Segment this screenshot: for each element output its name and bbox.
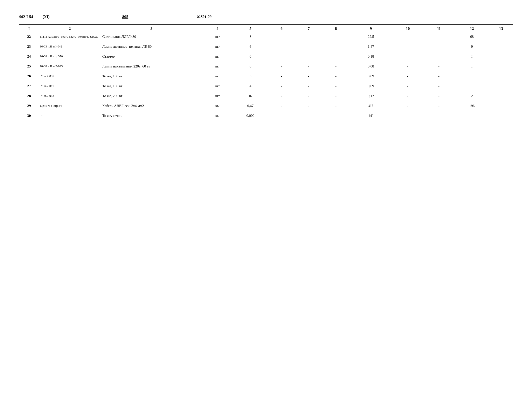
row-col13 [489,43,513,50]
row-num: 29 [19,102,39,109]
row-col5: 8 [233,63,268,70]
row-col12: 9 [454,43,489,50]
row-col13 [489,112,513,119]
col-header-12: 12 [454,24,489,33]
row-col10: - [392,63,423,70]
row-col10: - [392,93,423,100]
row-unit: шт [202,33,233,40]
row-col6: - [268,83,295,90]
row-col9: 22,5 [350,33,392,40]
row-col5: 8 [233,33,268,40]
row-col7: - [295,93,322,100]
row-unit: км [202,102,233,109]
row-col8: - [322,43,350,50]
row-num: 28 [19,93,39,100]
spacer-row [19,100,513,102]
row-col6: - [268,93,295,100]
row-col13 [489,83,513,90]
row-col5: 6 [233,53,268,60]
row-name: То же, сечен. [101,112,202,119]
table-header-row: I 2 3 4 5 6 7 8 9 10 11 12 13 [19,24,513,33]
col-header-3: 3 [101,24,202,33]
row-col8: - [322,93,350,100]
row-col8: - [322,112,350,119]
table-row: 24I6-08 ч.II стр.370Стартершт6---0,18--I [19,53,513,60]
row-col5: 0,002 [233,112,268,119]
row-unit: шт [202,53,233,60]
row-num: 27 [19,83,39,90]
row-col12: 2 [454,93,489,100]
row-col7: - [295,112,322,119]
row-col10 [392,112,423,119]
row-col11: - [423,102,454,109]
row-col11: - [423,83,454,90]
row-col13 [489,93,513,100]
row-col11 [423,112,454,119]
header-dash2: - [111,15,112,19]
row-col12: I [454,53,489,60]
row-name: Светильник ЛДРЛх80 [101,33,202,40]
table-row: 29Цен.I ч.У стр.84Кабель АВВГ сеч. 2х4 м… [19,102,513,109]
col-header-2: 2 [39,24,101,33]
col-header-5: 5 [233,24,268,33]
row-num: 24 [19,53,39,60]
row-unit: шт [202,43,233,50]
row-col10: - [392,33,423,40]
row-col5: I6 [233,93,268,100]
row-col10: - [392,83,423,90]
row-ref: -"- п.7-035 [39,73,101,80]
row-unit: шт [202,73,233,80]
row-ref: Пана Арматор- окого свето- техни ч. заво… [39,33,101,40]
row-col12: I [454,63,489,70]
row-col13 [489,53,513,60]
col-header-7: 7 [295,24,322,33]
row-unit: км [202,112,233,119]
row-col12: 196 [454,102,489,109]
row-col5: 5 [233,73,268,80]
row-col6: - [268,63,295,70]
row-col11: - [423,93,454,100]
row-col12: 68 [454,33,489,40]
row-name: Кабель АВВГ сеч. 2х4 мм2 [101,102,202,109]
row-num: 25 [19,63,39,70]
row-col7: - [295,43,322,50]
col-header-1: I [19,24,39,33]
row-ref: I6-03 ч.II п.I-042 [39,43,101,50]
table-row: 22Пана Арматор- окого свето- техни ч. за… [19,33,513,40]
table-row: 30-"-То же, сечен.км0,002---14" [19,112,513,119]
spacer-row [19,70,513,73]
row-col8: - [322,53,350,60]
table-row: 23I6-03 ч.II п.I-042Лампа люминес- центн… [19,43,513,50]
row-col6: - [268,33,295,40]
row-col8: - [322,102,350,109]
row-col8: - [322,63,350,70]
row-num: 30 [19,112,39,119]
doc-type: (XI) [43,15,49,19]
row-name: То же, 150 вт [101,83,202,90]
row-col10: - [392,43,423,50]
header-dash1 [59,15,101,19]
spacer-row [19,50,513,53]
row-unit: шт [202,93,233,100]
col-header-8: 8 [322,24,350,33]
spacer-row [19,109,513,112]
row-col5: 0,47 [233,102,268,109]
row-col6: - [268,102,295,109]
header-dash3: - [138,15,139,19]
col-header-6: 6 [268,24,295,33]
row-col13 [489,63,513,70]
spacer-row [19,60,513,63]
row-col9: 0,09 [350,73,392,80]
row-ref: -"- [39,112,101,119]
row-col9: 0,08 [350,63,392,70]
row-name: То же, 100 вт [101,73,202,80]
row-col9: 14" [350,112,392,119]
row-col9: 0,09 [350,83,392,90]
row-ref: I6-08 ч.II п.7-025 [39,63,101,70]
col-header-13: 13 [489,24,513,33]
col-header-4: 4 [202,24,233,33]
row-col6: - [268,112,295,119]
row-ref: I6-08 ч.II стр.370 [39,53,101,60]
row-ref: Цен.I ч.У стр.84 [39,102,101,109]
row-col11: - [423,33,454,40]
